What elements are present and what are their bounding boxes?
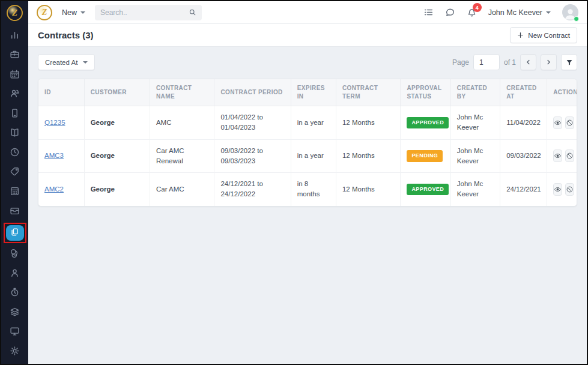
chevron-left-icon xyxy=(525,59,532,65)
status-badge: APPROVED xyxy=(407,184,449,196)
contract-id-link[interactable]: AMC2 xyxy=(44,186,64,193)
sidebar-item-customers[interactable] xyxy=(5,86,25,103)
user-menu[interactable]: John Mc Keever xyxy=(488,8,551,17)
sidebar-item-invoices[interactable] xyxy=(5,204,25,220)
activity-list-icon[interactable] xyxy=(423,7,434,17)
user-avatar[interactable] xyxy=(562,4,578,20)
bar-chart-icon xyxy=(10,30,20,43)
user-bell-icon xyxy=(10,88,20,101)
contract-id-link[interactable]: Q1235 xyxy=(44,119,65,126)
page-title: Contracts (3) xyxy=(38,30,94,40)
brand-logo-icon[interactable]: Z xyxy=(37,5,52,20)
top-navbar: Z New 4 John Mc Keever xyxy=(28,1,587,24)
briefcase-icon xyxy=(10,49,20,62)
col-header-id: ID xyxy=(38,79,84,106)
online-status-dot xyxy=(574,16,579,22)
new-dropdown[interactable]: New xyxy=(62,8,85,17)
col-header-approval-status: APPROVAL STATUS xyxy=(401,79,450,106)
sidebar-item-tags[interactable] xyxy=(5,164,25,181)
sidebar-item-estimates[interactable] xyxy=(5,184,25,201)
plus-icon xyxy=(517,32,524,38)
created-by-cell: John Mc Keever xyxy=(450,139,500,173)
user-icon xyxy=(10,268,20,280)
contract-period-cell: 09/03/2022 to 09/03/2023 xyxy=(214,139,291,173)
global-search xyxy=(95,5,202,20)
funnel-icon xyxy=(566,59,573,66)
sidebar-nav xyxy=(1,28,28,360)
sidebar: Z xyxy=(1,1,28,364)
pagination: Page of 1 xyxy=(452,54,577,70)
sidebar-item-devices[interactable] xyxy=(5,106,25,122)
sidebar-item-time[interactable] xyxy=(5,145,25,161)
new-contract-label: New Contract xyxy=(528,32,570,39)
view-button[interactable] xyxy=(553,116,562,129)
view-button[interactable] xyxy=(553,149,562,162)
sidebar-item-timesheets[interactable] xyxy=(5,285,25,302)
eye-icon xyxy=(554,186,562,193)
row-actions xyxy=(553,116,571,129)
main-content: Contracts (3) New Contract Created At Pa… xyxy=(28,24,587,364)
caret-down-icon xyxy=(83,61,88,64)
col-header-customer: CUSTOMER xyxy=(84,79,150,106)
customer-cell: George xyxy=(84,173,150,206)
documents-icon xyxy=(10,228,19,239)
sidebar-item-dashboard[interactable] xyxy=(5,28,25,44)
sort-dropdown[interactable]: Created At xyxy=(38,54,95,70)
sidebar-item-jobs[interactable] xyxy=(5,47,25,64)
coins-icon xyxy=(10,248,20,261)
contract-period-cell: 01/04/2022 to 01/04/2023 xyxy=(214,106,291,140)
expires-in-cell: in 8 months xyxy=(291,173,336,206)
new-contract-button[interactable]: New Contract xyxy=(510,27,577,43)
notification-count-badge: 4 xyxy=(473,3,482,12)
customer-cell: George xyxy=(84,139,150,173)
sidebar-item-remote[interactable] xyxy=(5,324,25,341)
page-number-input[interactable] xyxy=(473,54,500,70)
layers-icon xyxy=(10,307,20,319)
brand-logo-icon: Z xyxy=(7,5,23,21)
page-total-label: of 1 xyxy=(504,58,516,67)
row-actions xyxy=(553,183,571,196)
sidebar-item-knowledge[interactable] xyxy=(5,125,25,142)
calendar-icon xyxy=(10,69,20,82)
search-input[interactable] xyxy=(100,8,185,17)
sidebar-logo[interactable]: Z xyxy=(1,1,28,24)
open-book-icon xyxy=(10,127,20,140)
sidebar-item-users[interactable] xyxy=(5,265,25,282)
customer-cell: George xyxy=(84,106,150,140)
chevron-right-icon xyxy=(545,59,552,65)
mobile-icon xyxy=(10,108,20,121)
sidebar-item-calendar[interactable] xyxy=(5,67,25,83)
created-by-cell: John Mc Keever xyxy=(450,173,500,206)
cancel-button[interactable] xyxy=(565,183,574,196)
prev-page-button[interactable] xyxy=(520,54,536,70)
created-by-cell: John Mc Keever xyxy=(450,106,500,140)
contract-name-cell: Car AMC Renewal xyxy=(150,139,214,173)
created-at-cell: 09/03/2022 xyxy=(500,139,547,173)
contract-id-link[interactable]: AMC3 xyxy=(44,152,64,159)
status-badge: APPROVED xyxy=(407,117,449,129)
sidebar-item-inventory[interactable] xyxy=(5,304,25,321)
col-header-created-at: CREATED AT xyxy=(500,79,547,106)
created-at-cell: 11/04/2022 xyxy=(500,106,547,140)
sidebar-item-settings[interactable] xyxy=(5,343,25,360)
expires-in-cell: in a year xyxy=(291,139,336,173)
sidebar-item-contracts[interactable] xyxy=(6,225,24,241)
next-page-button[interactable] xyxy=(541,54,557,70)
cancel-button[interactable] xyxy=(565,116,574,129)
slash-circle-icon xyxy=(566,152,574,160)
page-label: Page xyxy=(452,58,469,67)
app-window: Z xyxy=(0,0,588,365)
table-row: Q1235 George AMC 01/04/2022 to 01/04/202… xyxy=(38,106,577,140)
view-button[interactable] xyxy=(553,183,562,196)
table-row: AMC3 George Car AMC Renewal 09/03/2022 t… xyxy=(38,139,577,173)
chat-icon[interactable] xyxy=(445,7,455,17)
page-header: Contracts (3) New Contract xyxy=(28,24,587,47)
notifications-bell[interactable]: 4 xyxy=(467,7,477,17)
contract-name-cell: AMC xyxy=(150,106,214,140)
annotation-highlight xyxy=(4,223,26,243)
gear-icon xyxy=(10,346,20,358)
sidebar-item-expenses[interactable] xyxy=(5,246,25,263)
cancel-button[interactable] xyxy=(565,149,574,162)
filter-button[interactable] xyxy=(561,54,577,70)
slash-circle-icon xyxy=(566,119,574,127)
